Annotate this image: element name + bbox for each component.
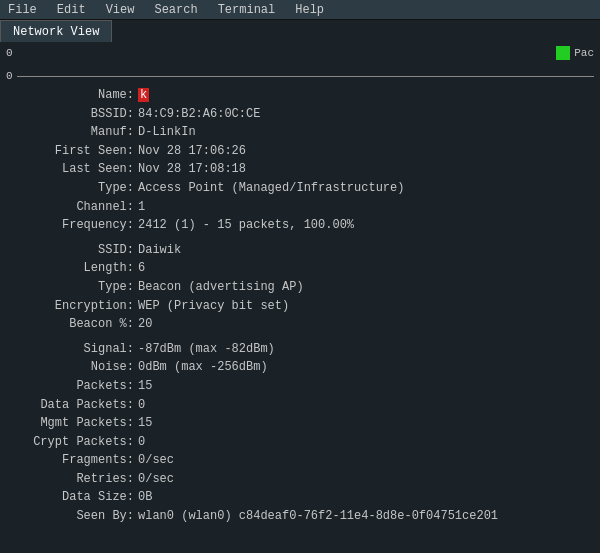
row-seen-by: Seen By: wlan0 (wlan0) c84deaf0-76f2-11e… [0,507,600,526]
menu-help[interactable]: Help [291,3,328,17]
menu-terminal[interactable]: Terminal [214,3,280,17]
label-mgmt-packets: Mgmt Packets: [8,414,138,433]
label-noise: Noise: [8,358,138,377]
value-type: Access Point (Managed/Infrastructure) [138,179,404,198]
value-data-packets: 0 [138,396,145,415]
value-noise: 0dBm (max -256dBm) [138,358,268,377]
label-bssid: BSSID: [8,105,138,124]
menu-search[interactable]: Search [150,3,201,17]
value-packets: 15 [138,377,152,396]
value-signal: -87dBm (max -82dBm) [138,340,275,359]
main-content: 0 Name: k BSSID: 84:C9:B2:A6:0C:CE Manuf… [0,64,600,553]
divider-line [17,76,594,77]
row-packets: Packets: 15 [0,377,600,396]
row-frequency: Frequency: 2412 (1) - 15 packets, 100.00… [0,216,600,235]
value-retries: 0/sec [138,470,174,489]
row-mgmt-packets: Mgmt Packets: 15 [0,414,600,433]
row-channel: Channel: 1 [0,198,600,217]
menu-edit[interactable]: Edit [53,3,90,17]
value-length: 6 [138,259,145,278]
label-length: Length: [8,259,138,278]
value-frequency: 2412 (1) - 15 packets, 100.00% [138,216,354,235]
row-noise: Noise: 0dBm (max -256dBm) [0,358,600,377]
label-signal: Signal: [8,340,138,359]
label-crypt-packets: Crypt Packets: [8,433,138,452]
label-packets: Packets: [8,377,138,396]
label-beacon: Beacon %: [8,315,138,334]
top-right-area: Pac [556,46,594,60]
label-data-size: Data Size: [8,488,138,507]
label-fragments: Fragments: [8,451,138,470]
label-channel: Channel: [8,198,138,217]
label-ssid: SSID: [8,241,138,260]
row-bssid: BSSID: 84:C9:B2:A6:0C:CE [0,105,600,124]
row-length: Length: 6 [0,259,600,278]
tabbar: Network View [0,20,600,42]
top-left-label: 0 [6,47,13,59]
row-manuf: Manuf: D-LinkIn [0,123,600,142]
row-ssid-type: Type: Beacon (advertising AP) [0,278,600,297]
divider-label: 0 [6,70,13,82]
label-ssid-type: Type: [8,278,138,297]
value-name: k [138,86,149,105]
row-name: Name: k [0,86,600,105]
row-fragments: Fragments: 0/sec [0,451,600,470]
row-beacon: Beacon %: 20 [0,315,600,334]
menubar: File Edit View Search Terminal Help [0,0,600,20]
label-last-seen: Last Seen: [8,160,138,179]
pac-label: Pac [574,47,594,59]
value-crypt-packets: 0 [138,433,145,452]
label-first-seen: First Seen: [8,142,138,161]
value-fragments: 0/sec [138,451,174,470]
topbar: 0 Pac [0,42,600,64]
row-retries: Retries: 0/sec [0,470,600,489]
row-crypt-packets: Crypt Packets: 0 [0,433,600,452]
detail-table: Name: k BSSID: 84:C9:B2:A6:0C:CE Manuf: … [0,84,600,528]
value-manuf: D-LinkIn [138,123,196,142]
row-data-size: Data Size: 0B [0,488,600,507]
label-retries: Retries: [8,470,138,489]
value-data-size: 0B [138,488,152,507]
value-last-seen: Nov 28 17:08:18 [138,160,246,179]
row-encryption: Encryption: WEP (Privacy bit set) [0,297,600,316]
value-first-seen: Nov 28 17:06:26 [138,142,246,161]
value-bssid: 84:C9:B2:A6:0C:CE [138,105,260,124]
row-signal: Signal: -87dBm (max -82dBm) [0,340,600,359]
value-beacon: 20 [138,315,152,334]
name-highlight: k [138,88,149,102]
label-manuf: Manuf: [8,123,138,142]
value-channel: 1 [138,198,145,217]
label-seen-by: Seen By: [8,507,138,526]
value-ssid-type: Beacon (advertising AP) [138,278,304,297]
value-encryption: WEP (Privacy bit set) [138,297,289,316]
menu-view[interactable]: View [102,3,139,17]
value-ssid: Daiwik [138,241,181,260]
status-indicator [556,46,570,60]
tab-network-view[interactable]: Network View [0,20,112,42]
value-seen-by: wlan0 (wlan0) c84deaf0-76f2-11e4-8d8e-0f… [138,507,498,526]
menu-file[interactable]: File [4,3,41,17]
label-frequency: Frequency: [8,216,138,235]
value-mgmt-packets: 15 [138,414,152,433]
section-divider: 0 [0,68,600,84]
row-type: Type: Access Point (Managed/Infrastructu… [0,179,600,198]
label-encryption: Encryption: [8,297,138,316]
row-ssid: SSID: Daiwik [0,241,600,260]
label-name: Name: [8,86,138,105]
label-data-packets: Data Packets: [8,396,138,415]
row-data-packets: Data Packets: 0 [0,396,600,415]
label-type: Type: [8,179,138,198]
row-last-seen: Last Seen: Nov 28 17:08:18 [0,160,600,179]
row-first-seen: First Seen: Nov 28 17:06:26 [0,142,600,161]
